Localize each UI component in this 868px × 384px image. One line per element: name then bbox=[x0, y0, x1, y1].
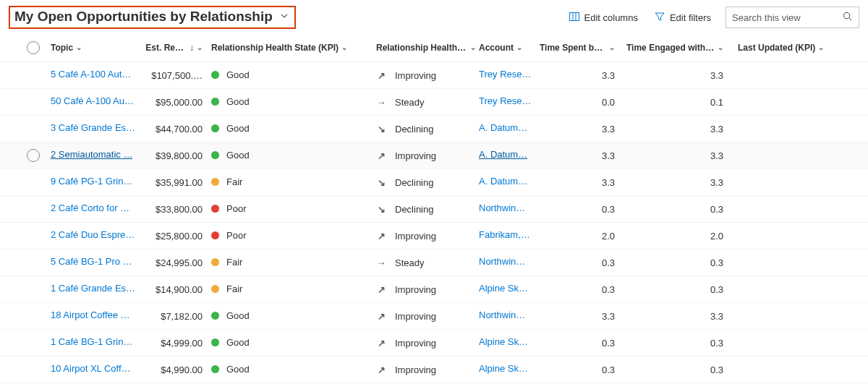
account-link[interactable]: Alpine Sk… bbox=[479, 363, 528, 374]
account-link[interactable]: Northwin… bbox=[479, 256, 525, 267]
row-select[interactable] bbox=[19, 363, 48, 376]
table-row[interactable]: 10 Airpot XL Coff…$4,990.00Good↗Improvin… bbox=[0, 357, 868, 383]
topic-link[interactable]: 9 Café PG-1 Grin… bbox=[51, 176, 132, 187]
topic-link[interactable]: 50 Café A-100 Au… bbox=[51, 95, 134, 106]
health-dot-icon bbox=[211, 178, 219, 186]
edit-columns-label: Edit columns bbox=[584, 12, 638, 23]
edit-filters-button[interactable]: Edit filters bbox=[652, 8, 712, 27]
time-spent-cell: 0.3 bbox=[540, 257, 626, 268]
topic-link[interactable]: 2 Café Corto for … bbox=[51, 202, 129, 213]
row-select[interactable] bbox=[19, 283, 48, 296]
trend-arrow-icon: → bbox=[376, 97, 386, 108]
time-engaged-cell: 3.3 bbox=[626, 70, 735, 81]
table-row[interactable]: 2 Café Duo Espre…$25,800.00Poor↗Improvin… bbox=[0, 223, 868, 249]
topic-link[interactable]: 1 Café BG-1 Grin… bbox=[51, 336, 132, 347]
health-cell: Good bbox=[211, 310, 250, 321]
view-selector[interactable]: My Open Opportunities by Relationship bbox=[9, 6, 296, 29]
chevron-down-icon: ⌄ bbox=[341, 43, 347, 51]
account-link[interactable]: A. Datum… bbox=[479, 176, 527, 187]
row-select[interactable] bbox=[19, 202, 48, 216]
trend-arrow-icon: → bbox=[376, 257, 386, 268]
topic-link[interactable]: 5 Café A-100 Aut… bbox=[51, 69, 131, 80]
table-row[interactable]: 2 Café Corto for …$33,800.00Poor↘Declini… bbox=[0, 196, 868, 223]
topic-link[interactable]: 3 Café Grande Es… bbox=[51, 122, 135, 133]
time-engaged-cell: 3.3 bbox=[626, 177, 735, 188]
est-rev-cell: $95,000.00 bbox=[143, 97, 208, 108]
row-select[interactable] bbox=[19, 229, 48, 242]
search-box[interactable] bbox=[726, 7, 859, 28]
table-row[interactable]: 1 Café Grande Es…$14,900.00Fair↗Improvin… bbox=[0, 276, 868, 303]
account-link[interactable]: Fabrikam,… bbox=[479, 229, 530, 240]
trend-cell: ↗Improving bbox=[376, 231, 436, 242]
health-dot-icon bbox=[211, 151, 219, 159]
time-spent-cell: 0.3 bbox=[540, 204, 626, 215]
trend-arrow-icon: ↘ bbox=[376, 204, 386, 215]
est-rev-cell: $107,500.… bbox=[143, 70, 208, 81]
col-header-trend[interactable]: Relationship Health …⌄ bbox=[373, 43, 476, 53]
edit-columns-button[interactable]: Edit columns bbox=[567, 8, 639, 27]
account-link[interactable]: Northwin… bbox=[479, 310, 525, 320]
trend-cell: ↘Declining bbox=[376, 204, 433, 215]
filter-icon bbox=[654, 11, 665, 25]
row-select[interactable] bbox=[19, 176, 48, 189]
health-cell: Fair bbox=[211, 257, 242, 268]
health-cell: Poor bbox=[211, 230, 246, 241]
topic-link[interactable]: 18 Airpot Coffee … bbox=[51, 310, 130, 320]
table-row[interactable]: 5 Café A-100 Aut…$107,500.…Good↗Improvin… bbox=[0, 62, 868, 89]
health-dot-icon bbox=[211, 124, 219, 132]
row-select[interactable] bbox=[19, 95, 48, 108]
row-select[interactable] bbox=[19, 122, 48, 135]
account-link[interactable]: Alpine Sk… bbox=[479, 336, 528, 347]
table-row[interactable]: 5 Café BG-1 Pro …$24,995.00Fair→SteadyNo… bbox=[0, 249, 868, 276]
est-rev-cell: $39,800.00 bbox=[143, 150, 208, 161]
trend-cell: ↗Improving bbox=[376, 364, 436, 375]
topic-link[interactable]: 5 Café BG-1 Pro … bbox=[51, 256, 132, 267]
row-select[interactable] bbox=[19, 69, 48, 82]
health-dot-icon bbox=[211, 338, 219, 346]
col-header-topic[interactable]: Topic⌄ bbox=[48, 43, 143, 53]
time-engaged-cell: 0.3 bbox=[626, 284, 735, 295]
account-link[interactable]: Trey Rese… bbox=[479, 95, 531, 106]
table-row[interactable]: 18 Airpot Coffee …$7,182.00Good↗Improvin… bbox=[0, 303, 868, 330]
table-row[interactable]: 1 Café BG-1 Grin…$4,999.00Good↗Improving… bbox=[0, 330, 868, 357]
est-rev-cell: $14,900.00 bbox=[143, 284, 208, 295]
col-header-last-updated[interactable]: Last Updated (KPI)⌄ bbox=[735, 43, 833, 53]
table-row[interactable]: 9 Café PG-1 Grin…$35,991.00Fair↘Declinin… bbox=[0, 169, 868, 196]
col-header-account[interactable]: Account⌄ bbox=[476, 43, 540, 53]
health-dot-icon bbox=[211, 365, 219, 373]
svg-rect-0 bbox=[569, 12, 579, 20]
row-select[interactable] bbox=[19, 310, 48, 323]
account-link[interactable]: Trey Rese… bbox=[479, 69, 531, 80]
health-cell: Good bbox=[211, 337, 250, 348]
col-header-time-spent[interactable]: Time Spent by T…⌄ bbox=[540, 43, 626, 53]
row-select[interactable] bbox=[19, 256, 48, 269]
search-icon[interactable] bbox=[842, 11, 853, 24]
topic-link[interactable]: 2 Semiautomatic … bbox=[51, 149, 132, 160]
col-header-est-rev[interactable]: Est. Re… ↓ ⌄ bbox=[143, 43, 208, 53]
table-row[interactable]: 50 Café A-100 Au…$95,000.00Good→SteadyTr… bbox=[0, 89, 868, 116]
table-row[interactable]: 3 Café Grande Es…$44,700.00Good↘Declinin… bbox=[0, 116, 868, 142]
col-header-time-engaged[interactable]: Time Engaged with Cust…⌄ bbox=[626, 43, 735, 53]
topic-link[interactable]: 2 Café Duo Espre… bbox=[51, 229, 135, 240]
trend-arrow-icon: ↗ bbox=[376, 338, 386, 349]
col-header-health[interactable]: Relationship Health State (KPI)⌄ bbox=[208, 43, 373, 53]
table-row[interactable]: 2 Semiautomatic …$39,800.00Good↗Improvin… bbox=[0, 142, 868, 169]
health-dot-icon bbox=[211, 312, 219, 320]
health-cell: Fair bbox=[211, 176, 242, 187]
topic-link[interactable]: 1 Café Grande Es… bbox=[51, 283, 135, 294]
trend-arrow-icon: ↗ bbox=[376, 311, 386, 322]
row-select[interactable] bbox=[19, 336, 48, 349]
trend-arrow-icon: ↗ bbox=[376, 231, 386, 242]
chevron-down-icon bbox=[280, 12, 289, 22]
est-rev-cell: $24,995.00 bbox=[143, 257, 208, 268]
topic-link[interactable]: 10 Airpot XL Coff… bbox=[51, 363, 131, 374]
account-link[interactable]: A. Datum… bbox=[479, 122, 527, 133]
time-engaged-cell: 0.3 bbox=[626, 257, 735, 268]
select-all[interactable] bbox=[19, 41, 48, 54]
account-link[interactable]: Alpine Sk… bbox=[479, 283, 528, 294]
health-cell: Poor bbox=[211, 203, 246, 214]
account-link[interactable]: Northwin… bbox=[479, 202, 525, 213]
row-select[interactable] bbox=[19, 149, 48, 162]
search-input[interactable] bbox=[732, 12, 833, 23]
account-link[interactable]: A. Datum… bbox=[479, 149, 527, 160]
